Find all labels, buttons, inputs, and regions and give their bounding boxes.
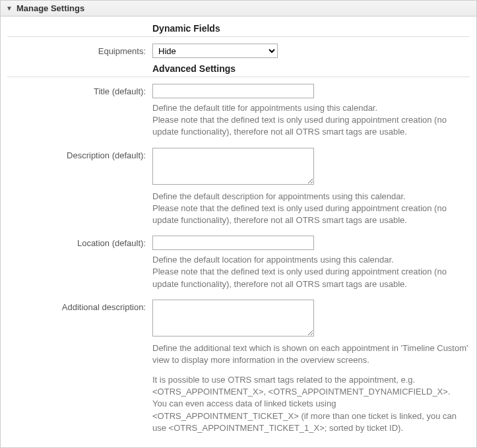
additional-description-label: Additional description:: [7, 300, 152, 312]
separator: [7, 36, 470, 37]
widget-header[interactable]: ▼ Manage Settings: [1, 1, 476, 16]
section-heading-advanced: Advanced Settings: [152, 63, 236, 74]
widget-title: Manage Settings: [16, 3, 84, 13]
location-default-input[interactable]: [152, 236, 314, 250]
description-default-description: Define the default description for appoi…: [152, 191, 469, 227]
location-default-label: Location (default):: [7, 236, 152, 248]
widget-body: Dynamic Fields Equipments: Hide Advanced…: [1, 16, 476, 447]
title-default-label: Title (default):: [7, 84, 152, 96]
manage-settings-widget: ▼ Manage Settings Dynamic Fields Equipme…: [0, 0, 477, 448]
equipments-label: Equipments:: [7, 44, 152, 56]
field-row-location-default: Location (default): Define the default l…: [7, 236, 470, 290]
field-row-equipments: Equipments: Hide: [7, 44, 470, 58]
description-default-textarea[interactable]: [152, 148, 314, 185]
field-row-additional-description: Additional description: Define the addit…: [7, 300, 470, 434]
equipments-select[interactable]: Hide: [152, 44, 278, 58]
section-heading-row-dynamic: Dynamic Fields: [7, 23, 470, 34]
field-row-title-default: Title (default): Define the default titl…: [7, 84, 470, 139]
section-heading-dynamic-fields: Dynamic Fields: [152, 23, 220, 34]
location-default-description: Define the default location for appointm…: [152, 254, 469, 290]
field-row-description-default: Description (default): Define the defaul…: [7, 148, 470, 227]
section-heading-row-advanced: Advanced Settings: [7, 63, 470, 74]
additional-description-textarea[interactable]: [152, 300, 314, 336]
description-default-label: Description (default):: [7, 148, 152, 160]
separator: [7, 77, 470, 77]
collapse-icon: ▼: [6, 5, 13, 12]
title-default-input[interactable]: [152, 84, 314, 98]
additional-description-description: Define the additional text which is show…: [152, 342, 469, 434]
title-default-description: Define the default title for appointment…: [152, 102, 469, 139]
